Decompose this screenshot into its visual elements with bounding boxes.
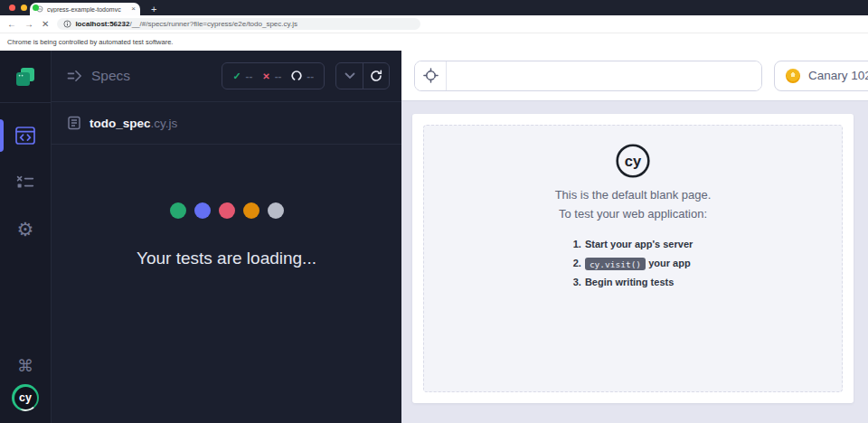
sidebar-item-shortcuts[interactable]: ⌘ (0, 348, 51, 384)
new-tab-button[interactable]: + (147, 3, 160, 15)
spec-name: todo_spec (90, 117, 151, 130)
specs-header: Specs ✓ -- ✕ -- -- (52, 51, 401, 102)
blank-page-line1: This is the default blank page. (555, 186, 712, 205)
step-1-number: 1. (573, 239, 581, 249)
maximize-window-button[interactable] (33, 5, 39, 11)
checklist-icon (16, 175, 34, 190)
aut-body: cy This is the default blank page. To te… (401, 101, 868, 423)
minimize-window-button[interactable] (21, 5, 27, 11)
cypress-app: ⚙ ⌘ cy Specs ✓ -- ✕ (0, 51, 868, 423)
sidebar-item-project[interactable] (0, 51, 51, 102)
stat-failed: ✕ -- (262, 70, 281, 81)
specs-arrow-icon (67, 70, 82, 82)
browser-tab[interactable]: cypress-example-todomvc × (30, 3, 140, 15)
step-3-number: 3. (573, 277, 581, 287)
loading-area: Your tests are loading... (52, 145, 401, 423)
page-info-icon[interactable] (63, 20, 71, 28)
step-2: 2.cy.visit() your app (573, 254, 693, 273)
specs-panel: Specs ✓ -- ✕ -- -- (52, 51, 401, 423)
sidebar-item-runs[interactable] (0, 164, 51, 201)
stat-pending: -- (291, 70, 314, 81)
loading-text: Your tests are loading... (137, 249, 316, 268)
stat-failed-value: -- (275, 70, 282, 81)
spec-file-row[interactable]: todo_spec.cy.js (52, 102, 401, 145)
aut-header: Canary 102 (401, 51, 868, 101)
loading-dot (170, 202, 186, 219)
aut-url-input[interactable] (447, 61, 761, 90)
chrome-canary-icon (786, 69, 800, 83)
check-icon: ✓ (232, 70, 241, 82)
address-bar[interactable]: localhost:56232/__/#/specs/runner?file=c… (57, 18, 420, 30)
step-3: 3.Begin writing tests (573, 273, 693, 292)
specs-title: Specs (67, 68, 130, 84)
loading-dot (243, 202, 259, 219)
stat-pending-value: -- (307, 70, 314, 81)
step-2-text: your app (648, 258, 690, 268)
sidebar-item-settings[interactable]: ⚙ (0, 212, 51, 248)
url-path: /__/#/specs/runner?file=cypress/e2e/todo… (129, 20, 297, 28)
cypress-logo[interactable]: cy (12, 384, 39, 411)
window-controls[interactable] (9, 5, 39, 11)
aut-frame: cy This is the default blank page. To te… (412, 114, 854, 403)
loading-dot (194, 202, 211, 219)
tab-close-icon[interactable]: × (131, 5, 136, 13)
gear-icon: ⚙ (17, 219, 34, 240)
blank-page: cy This is the default blank page. To te… (423, 125, 843, 392)
blank-page-logo-text: cy (625, 153, 642, 169)
active-indicator (0, 119, 4, 152)
project-windows-icon (15, 67, 35, 87)
spec-file-icon (67, 116, 81, 130)
loading-dot (219, 202, 235, 219)
step-1: 1.Start your app's server (573, 235, 693, 254)
automation-banner: Chrome is being controlled by automated … (0, 33, 868, 51)
aut-url-group (414, 61, 762, 91)
sidebar-item-specs[interactable] (0, 118, 51, 154)
selector-playground-button[interactable] (415, 61, 447, 90)
browser-select[interactable]: Canary 102 (774, 61, 868, 91)
step-3-text: Begin writing tests (585, 277, 674, 287)
specs-browser-code-icon (15, 127, 35, 145)
chevron-down-icon (344, 72, 355, 80)
loading-dot (268, 202, 284, 219)
step-2-code: cy.visit() (585, 258, 646, 270)
automation-banner-text: Chrome is being controlled by automated … (7, 38, 173, 46)
sidebar-divider (0, 102, 51, 103)
blank-page-line2: To test your web application: (559, 205, 707, 224)
spec-header-buttons (335, 62, 390, 89)
stat-passed-value: -- (246, 70, 253, 81)
collapse-button[interactable] (336, 63, 363, 89)
tab-title: cypress-example-todomvc (47, 6, 127, 13)
aut-panel: Canary 102 cy This is the default blank … (401, 51, 868, 423)
forward-button[interactable]: → (24, 20, 33, 29)
step-2-number: 2. (573, 258, 581, 268)
cypress-logo-text: cy (14, 387, 37, 409)
refresh-icon (370, 70, 382, 82)
blank-page-steps: 1.Start your app's server 2.cy.visit() y… (573, 235, 693, 293)
spec-stats[interactable]: ✓ -- ✕ -- -- (222, 62, 325, 89)
sidebar: ⚙ ⌘ cy (0, 51, 52, 423)
loading-dots (170, 202, 284, 219)
rerun-button[interactable] (363, 63, 389, 89)
cypress-blank-page-logo: cy (615, 143, 651, 179)
pending-circle-icon (291, 70, 302, 81)
url-text: localhost:56232/__/#/specs/runner?file=c… (75, 20, 297, 28)
step-1-text: Start your app's server (585, 239, 693, 249)
spec-extension: .cy.js (151, 117, 178, 130)
specs-title-label: Specs (91, 68, 130, 84)
url-host: localhost:56232 (75, 20, 129, 28)
browser-tab-bar: cypress-example-todomvc × + (0, 0, 868, 15)
stop-button[interactable]: ✕ (42, 20, 49, 29)
close-window-button[interactable] (9, 5, 15, 11)
browser-toolbar: ← → ✕ localhost:56232/__/#/specs/runner?… (0, 15, 868, 33)
stat-passed: ✓ -- (232, 70, 252, 82)
spec-file-name: todo_spec.cy.js (90, 115, 177, 131)
crosshair-icon (423, 68, 439, 83)
back-button[interactable]: ← (7, 20, 16, 29)
command-icon: ⌘ (17, 356, 33, 376)
cross-icon: ✕ (262, 71, 269, 81)
browser-select-label: Canary 102 (808, 69, 868, 82)
